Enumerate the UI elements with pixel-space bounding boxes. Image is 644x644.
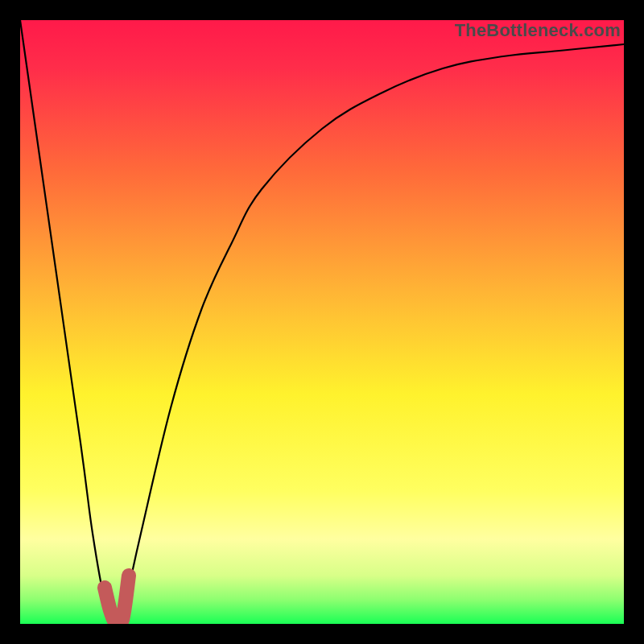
plot-area: TheBottleneck.com	[20, 20, 624, 624]
chart-frame: TheBottleneck.com	[0, 0, 644, 644]
bottleneck-curve	[20, 20, 624, 624]
highlight-segment	[105, 576, 129, 624]
curve-layer	[20, 20, 624, 624]
